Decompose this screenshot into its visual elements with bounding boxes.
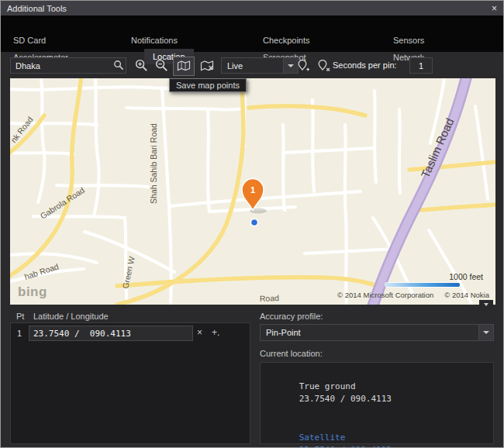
window-title: Additional Tools bbox=[7, 4, 67, 13]
zoom-in-icon bbox=[134, 58, 149, 74]
map-attribution: © 2014 Microsoft Corporation © 2014 Noki… bbox=[337, 291, 489, 299]
road-label-bottom: Road bbox=[260, 293, 280, 303]
map-search bbox=[10, 57, 126, 74]
tab-notifications[interactable]: Notifications bbox=[131, 36, 178, 45]
tab-sd-card[interactable]: SD Card bbox=[13, 36, 46, 45]
road-label-shah-sahib: Shah Sahib Bari Road bbox=[149, 123, 158, 204]
title-bar: Additional Tools × bbox=[1, 1, 503, 16]
search-icon[interactable] bbox=[113, 60, 124, 72]
zoom-in-button[interactable] bbox=[131, 57, 151, 76]
remove-pin-button[interactable] bbox=[312, 57, 333, 76]
remove-pin-icon bbox=[315, 60, 330, 74]
clear-map-points-icon bbox=[200, 60, 214, 74]
tab-sensors[interactable]: Sensors bbox=[393, 36, 424, 45]
clear-map-points-button[interactable] bbox=[196, 57, 218, 76]
current-location-table: True ground 23.7540 / 090.4113 Satellite… bbox=[260, 362, 494, 444]
save-map-points-tooltip: Save map points bbox=[169, 78, 247, 92]
current-location-label: Current location: bbox=[260, 349, 323, 358]
accuracy-profile-value: Pin-Point bbox=[261, 328, 478, 337]
attribution-nokia: © 2014 Nokia bbox=[444, 291, 489, 299]
save-map-points-icon bbox=[177, 60, 191, 74]
chevron-down-icon bbox=[484, 303, 488, 306]
accuracy-profile-label: Accuracy profile: bbox=[260, 312, 323, 321]
points-header-latlng: Latitude / Longitude bbox=[33, 312, 109, 321]
tab-checkpoints[interactable]: Checkpoints bbox=[263, 36, 310, 45]
add-pin-button[interactable] bbox=[292, 57, 312, 76]
point-latlng-input[interactable] bbox=[29, 326, 193, 341]
map-search-input[interactable] bbox=[10, 57, 126, 74]
map-scale-label: 1000 feet bbox=[449, 272, 483, 281]
seconds-per-pin-label: Seconds per pin: bbox=[333, 60, 397, 70]
location-value: 23.7540 / 090.4113 bbox=[299, 445, 392, 448]
additional-tools-window: Additional Tools × SD Card Notifications… bbox=[0, 0, 504, 448]
map-svg: Taslim Road Shah Sahib Bari Road Gabrola… bbox=[10, 78, 495, 305]
pin-number: 1 bbox=[250, 185, 255, 195]
location-row-satellite: Satellite 23.7540 / 090.4113 bbox=[268, 419, 485, 448]
tab-strip: SD Card Notifications Checkpoints Sensor… bbox=[1, 16, 503, 52]
point-row-number: 1 bbox=[17, 329, 22, 338]
attribution-microsoft: © 2014 Microsoft Corporation bbox=[337, 291, 433, 299]
map-mode-value: Live bbox=[222, 61, 283, 71]
chevron-down-icon bbox=[483, 331, 489, 334]
bing-logo: bing bbox=[18, 284, 47, 300]
map-canvas[interactable]: Taslim Road Shah Sahib Bari Road Gabrola… bbox=[10, 78, 495, 305]
current-location-dot bbox=[251, 219, 258, 226]
map-mode-dropdown[interactable]: Live bbox=[221, 57, 299, 74]
points-header-pt: Pt bbox=[16, 312, 24, 321]
close-icon[interactable]: × bbox=[492, 4, 497, 13]
zoom-out-icon bbox=[154, 58, 169, 74]
save-map-points-button[interactable] bbox=[173, 57, 195, 76]
location-row-true-ground: True ground 23.7540 / 090.4113 bbox=[268, 367, 485, 419]
delete-point-button[interactable]: × bbox=[197, 328, 202, 337]
zoom-out-button[interactable] bbox=[151, 57, 171, 76]
location-source: True ground bbox=[299, 381, 368, 394]
location-value: 23.7540 / 090.4113 bbox=[299, 394, 392, 404]
accuracy-profile-dropdown-button[interactable] bbox=[478, 325, 493, 340]
map-scale-bar bbox=[385, 283, 460, 287]
seconds-per-pin-input[interactable] bbox=[409, 57, 433, 74]
add-pin-icon bbox=[295, 60, 310, 74]
map-expander-button[interactable] bbox=[479, 300, 493, 309]
add-point-button[interactable]: +. bbox=[212, 328, 219, 337]
location-source: Satellite bbox=[299, 432, 368, 445]
accuracy-profile-dropdown[interactable]: Pin-Point bbox=[260, 324, 494, 341]
